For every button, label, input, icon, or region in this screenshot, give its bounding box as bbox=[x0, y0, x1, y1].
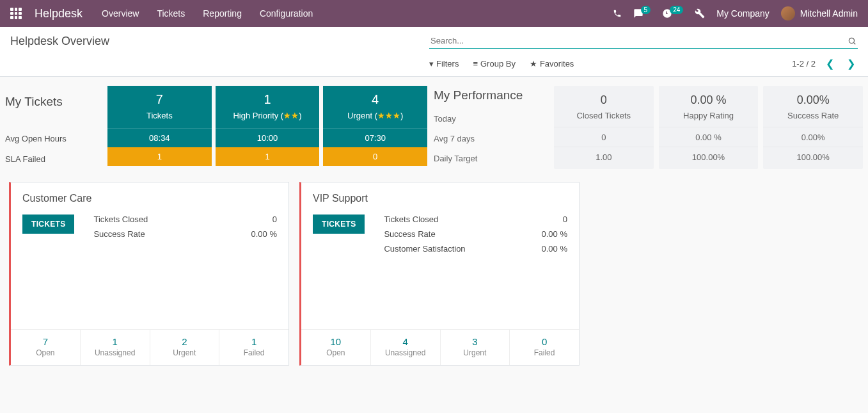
kstat-label: Tickets Closed bbox=[93, 215, 148, 224]
filters-button[interactable]: ▾ Filters bbox=[429, 59, 459, 69]
stat-label: Tickets bbox=[110, 111, 209, 120]
stat-sla: 1 bbox=[107, 147, 212, 166]
kfoot-cell[interactable]: 1Unassigned bbox=[81, 330, 150, 365]
kfoot-label: Unassigned bbox=[83, 348, 147, 357]
pager-next[interactable]: ❯ bbox=[844, 58, 858, 70]
kstat-label: Success Rate bbox=[384, 229, 435, 239]
perf-label: Happy Rating bbox=[661, 111, 756, 120]
kfoot-cell[interactable]: 3Urgent bbox=[441, 330, 510, 365]
nav-menu: Overview Tickets Reporting Configuration bbox=[102, 8, 313, 19]
stat-sla: 1 bbox=[216, 147, 320, 166]
svg-point-0 bbox=[849, 38, 854, 43]
perf-head: 0.00 %Happy Rating bbox=[659, 86, 759, 127]
list-icon: ≡ bbox=[473, 59, 478, 69]
activity-badge: 24 bbox=[670, 6, 683, 14]
stat-avg: 08:34 bbox=[107, 128, 212, 147]
kstat-value: 0.00 % bbox=[251, 229, 277, 239]
menu-tickets[interactable]: Tickets bbox=[157, 8, 185, 19]
kfoot-num: 2 bbox=[153, 336, 217, 347]
kfoot-cell[interactable]: 10Open bbox=[301, 330, 371, 365]
chat-icon[interactable]: 5 bbox=[633, 8, 651, 19]
user-menu[interactable]: Mitchell Admin bbox=[781, 6, 858, 20]
perf-label: Success Rate bbox=[766, 111, 860, 120]
kcard-title: Customer Care bbox=[22, 193, 277, 204]
tools-icon[interactable] bbox=[695, 8, 705, 19]
perf-cols: 0Closed Tickets01.000.00 %Happy Rating0.… bbox=[554, 86, 863, 169]
activity-icon[interactable]: 24 bbox=[662, 8, 683, 19]
kstat-line: Success Rate0.00 % bbox=[93, 229, 277, 239]
kfoot-cell[interactable]: 4Unassigned bbox=[371, 330, 441, 365]
perf-col-1[interactable]: 0.00 %Happy Rating0.00 %100.00% bbox=[659, 86, 759, 169]
avatar bbox=[781, 6, 795, 20]
stat-num: 1 bbox=[218, 92, 317, 107]
kanban-card-0[interactable]: Customer CareTICKETSTickets Closed0Succe… bbox=[9, 182, 289, 366]
perf-avg7: 0.00% bbox=[763, 127, 863, 147]
kfoot-num: 1 bbox=[83, 336, 147, 347]
kfoot-cell[interactable]: 7Open bbox=[11, 330, 81, 365]
kanban-row: Customer CareTICKETSTickets Closed0Succe… bbox=[5, 182, 863, 366]
perf-row-today: Today bbox=[434, 109, 549, 129]
stat-col-1[interactable]: 1High Priority (★★)10:001 bbox=[216, 86, 320, 169]
stat-num: 7 bbox=[110, 92, 209, 107]
perf-col-2[interactable]: 0.00%Success Rate0.00%100.00% bbox=[763, 86, 863, 169]
tickets-button[interactable]: TICKETS bbox=[22, 215, 74, 234]
search-icon[interactable] bbox=[848, 36, 856, 45]
perf-col-0[interactable]: 0Closed Tickets01.00 bbox=[554, 86, 654, 169]
kcard-body: Customer CareTICKETSTickets Closed0Succe… bbox=[11, 182, 288, 329]
kstat-label: Customer Satisfaction bbox=[384, 244, 465, 254]
stat-head: 7Tickets bbox=[107, 86, 212, 128]
stat-cols: 7Tickets08:3411High Priority (★★)10:0014… bbox=[107, 86, 427, 169]
stat-col-2[interactable]: 4Urgent (★★★)07:300 bbox=[323, 86, 427, 169]
perf-avg7: 0.00 % bbox=[659, 127, 759, 147]
pager-prev[interactable]: ❮ bbox=[823, 58, 837, 70]
kstat-line: Customer Satisfaction0.00 % bbox=[384, 244, 567, 254]
kanban-card-1[interactable]: VIP SupportTICKETSTickets Closed0Success… bbox=[299, 182, 580, 366]
kstat-value: 0.00 % bbox=[542, 244, 567, 254]
kcard-footer: 7Open1Unassigned2Urgent1Failed bbox=[11, 329, 288, 365]
tickets-button[interactable]: TICKETS bbox=[313, 215, 365, 234]
mytickets-labels: My Tickets Avg Open Hours SLA Failed bbox=[5, 86, 107, 169]
perf-row-avg7: Avg 7 days bbox=[434, 129, 549, 149]
kstat-line: Tickets Closed0 bbox=[93, 215, 277, 224]
brand[interactable]: Helpdesk bbox=[35, 7, 83, 20]
kcard-spacer bbox=[22, 244, 277, 308]
perf-target: 100.00% bbox=[763, 147, 863, 166]
stat-col-0[interactable]: 7Tickets08:341 bbox=[107, 86, 212, 169]
kfoot-cell[interactable]: 1Failed bbox=[219, 330, 288, 365]
favorites-button[interactable]: ★ Favorites bbox=[530, 59, 574, 69]
kfoot-label: Unassigned bbox=[374, 348, 438, 357]
phone-icon[interactable] bbox=[613, 9, 622, 18]
menu-reporting[interactable]: Reporting bbox=[203, 8, 242, 19]
mytickets-title: My Tickets bbox=[5, 95, 107, 109]
apps-icon[interactable] bbox=[10, 8, 22, 19]
kcard-body: VIP SupportTICKETSTickets Closed0Success… bbox=[301, 182, 579, 329]
perf-head: 0Closed Tickets bbox=[554, 86, 654, 127]
groupby-button[interactable]: ≡ Group By bbox=[473, 59, 516, 69]
star-icon: ★ bbox=[530, 59, 537, 69]
stat-avg: 10:00 bbox=[216, 128, 320, 147]
perf-target: 100.00% bbox=[659, 147, 759, 166]
menu-configuration[interactable]: Configuration bbox=[260, 8, 313, 19]
kfoot-label: Urgent bbox=[443, 348, 507, 357]
kfoot-cell[interactable]: 0Failed bbox=[510, 330, 579, 365]
kstat-label: Success Rate bbox=[93, 229, 145, 239]
search-input[interactable] bbox=[430, 36, 848, 45]
kfoot-num: 10 bbox=[304, 336, 368, 347]
stat-sla: 0 bbox=[323, 147, 427, 166]
company-name[interactable]: My Company bbox=[716, 8, 769, 19]
search-wrap[interactable] bbox=[429, 33, 858, 49]
control-panel: Helpdesk Overview ▾ Filters ≡ Group By ★… bbox=[0, 27, 868, 77]
kfoot-label: Failed bbox=[222, 348, 286, 357]
menu-overview[interactable]: Overview bbox=[102, 8, 139, 19]
stat-head: 1High Priority (★★) bbox=[216, 86, 320, 128]
stat-label: High Priority (★★) bbox=[218, 111, 317, 120]
kstat-line: Success Rate0.00 % bbox=[384, 229, 567, 239]
kcard-spacer bbox=[313, 259, 567, 323]
perf-row-target: Daily Target bbox=[434, 149, 549, 168]
svg-line-1 bbox=[854, 42, 856, 44]
kfoot-label: Open bbox=[13, 348, 77, 357]
page-title: Helpdesk Overview bbox=[10, 35, 109, 48]
navbar: Helpdesk Overview Tickets Reporting Conf… bbox=[0, 0, 868, 27]
kfoot-cell[interactable]: 2Urgent bbox=[150, 330, 220, 365]
perf-num: 0 bbox=[556, 93, 651, 107]
